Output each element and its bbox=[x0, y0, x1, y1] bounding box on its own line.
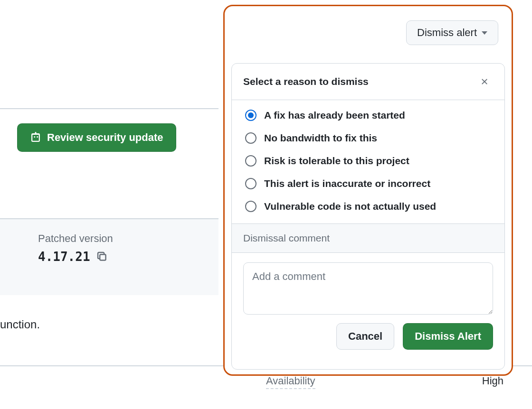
review-btn-label: Review security update bbox=[47, 131, 163, 144]
patched-version-value: 4.17.21 bbox=[38, 250, 180, 264]
bot-icon bbox=[30, 132, 41, 143]
dismissal-comment-input[interactable] bbox=[243, 262, 493, 315]
dismiss-reason-option[interactable]: This alert is inaccurate or incorrect bbox=[245, 178, 491, 189]
dismiss-alert-dropdown-button[interactable]: Dismiss alert bbox=[406, 20, 498, 45]
dismiss-reason-option[interactable]: Risk is tolerable to this project bbox=[245, 155, 491, 167]
dismiss-reason-option[interactable]: No bandwidth to fix this bbox=[245, 132, 491, 144]
dismiss-reason-label: Vulnerable code is not actually used bbox=[264, 201, 436, 212]
availability-label: Availability bbox=[266, 375, 315, 389]
radio-icon[interactable] bbox=[245, 132, 256, 144]
dismiss-reason-option[interactable]: Vulnerable code is not actually used bbox=[245, 201, 491, 212]
availability-value: High bbox=[482, 375, 504, 389]
divider bbox=[0, 108, 218, 109]
patched-version-box: Patched version 4.17.21 bbox=[0, 219, 218, 295]
svg-rect-0 bbox=[100, 254, 105, 260]
dismiss-reason-panel: Select a reason to dismiss A fix has alr… bbox=[231, 63, 505, 370]
patched-version-label: Patched version bbox=[38, 232, 180, 245]
chevron-down-icon bbox=[482, 31, 487, 35]
review-security-update-button[interactable]: Review security update bbox=[17, 123, 176, 152]
close-icon[interactable] bbox=[476, 73, 493, 90]
dismiss-reason-label: A fix has already been started bbox=[264, 110, 405, 121]
dismiss-reason-label: Risk is tolerable to this project bbox=[264, 155, 409, 167]
partial-text: unction. bbox=[0, 318, 40, 331]
radio-icon[interactable] bbox=[245, 110, 256, 121]
dismiss-reason-label: This alert is inaccurate or incorrect bbox=[264, 178, 430, 189]
dismiss-reason-label: No bandwidth to fix this bbox=[264, 132, 377, 144]
panel-title: Select a reason to dismiss bbox=[243, 76, 369, 87]
copy-icon[interactable] bbox=[97, 251, 107, 262]
cancel-button[interactable]: Cancel bbox=[336, 323, 394, 350]
dismissal-comment-header: Dismissal comment bbox=[232, 223, 504, 253]
dismiss-alert-button[interactable]: Dismiss Alert bbox=[403, 323, 493, 350]
dismiss-alert-region: Dismiss alert Select a reason to dismiss… bbox=[223, 5, 513, 376]
radio-icon[interactable] bbox=[245, 201, 256, 212]
radio-icon[interactable] bbox=[245, 155, 256, 167]
dismiss-reason-option[interactable]: A fix has already been started bbox=[245, 110, 491, 121]
radio-icon[interactable] bbox=[245, 178, 256, 189]
availability-row: Availability High bbox=[266, 375, 504, 389]
